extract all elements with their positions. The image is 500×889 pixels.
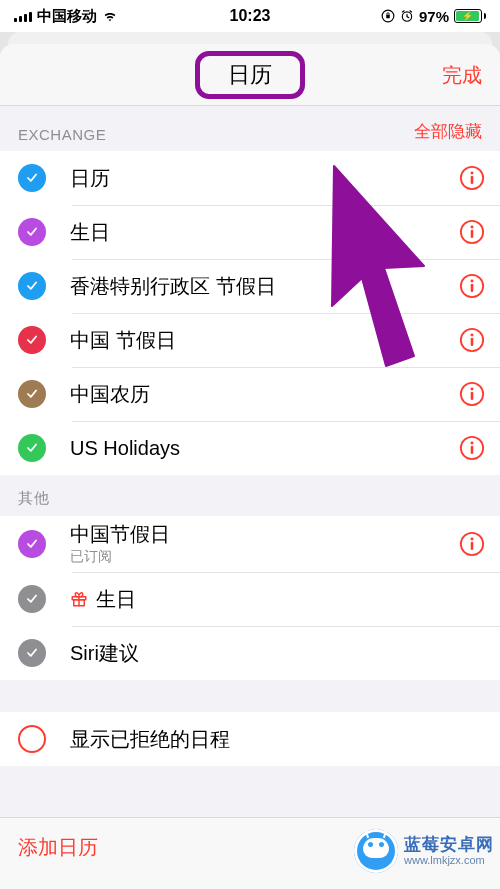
show-declined-row[interactable]: 显示已拒绝的日程 [0, 712, 500, 766]
calendar-row[interactable]: 中国 节假日 [0, 313, 500, 367]
calendar-label: 中国 节假日 [70, 328, 458, 352]
orientation-lock-icon [381, 9, 395, 23]
add-calendar-button[interactable]: 添加日历 [18, 836, 98, 858]
status-bar: 中国移动 10:23 97% ⚡ [0, 0, 500, 32]
calendars-sheet: 日历 完成 EXCHANGE 全部隐藏 日历 生日 [0, 44, 500, 889]
gift-icon [70, 590, 88, 608]
info-button[interactable] [458, 380, 486, 408]
check-icon[interactable] [18, 585, 46, 613]
battery-icon: ⚡ [454, 9, 486, 23]
watermark-brand: 蓝莓安卓网 [404, 836, 494, 855]
calendar-row[interactable]: 生日 [0, 572, 500, 626]
section-header-other: 其他 [0, 475, 500, 516]
info-button[interactable] [458, 326, 486, 354]
hide-all-button[interactable]: 全部隐藏 [414, 120, 482, 143]
svg-rect-23 [471, 542, 474, 550]
carrier-label: 中国移动 [37, 7, 97, 26]
check-icon[interactable] [18, 530, 46, 558]
section-title: EXCHANGE [18, 126, 106, 143]
wifi-icon [102, 10, 118, 22]
status-right: 97% ⚡ [381, 8, 486, 25]
calendar-label: 中国农历 [70, 382, 458, 406]
info-button[interactable] [458, 218, 486, 246]
check-icon[interactable] [18, 326, 46, 354]
status-left: 中国移动 [14, 7, 118, 26]
svg-point-13 [471, 333, 474, 336]
battery-percent: 97% [419, 8, 449, 25]
watermark-logo-icon [354, 829, 398, 873]
check-icon[interactable] [18, 380, 46, 408]
watermark-url: www.lmkjzx.com [404, 854, 494, 866]
info-button[interactable] [458, 434, 486, 462]
section-gap [0, 766, 500, 790]
svg-point-19 [471, 441, 474, 444]
check-icon[interactable] [18, 218, 46, 246]
calendar-label: 中国节假日 [70, 522, 458, 546]
svg-point-16 [471, 387, 474, 390]
check-icon[interactable] [18, 164, 46, 192]
other-list: 中国节假日 已订阅 生日 [0, 516, 500, 680]
exchange-list: 日历 生日 香港特别行政区 节假日 [0, 151, 500, 475]
svg-rect-20 [471, 446, 474, 454]
calendar-sublabel: 已订阅 [70, 548, 458, 566]
sheet-header: 日历 完成 [0, 44, 500, 106]
section-header-exchange: EXCHANGE 全部隐藏 [0, 106, 500, 151]
check-icon[interactable] [18, 639, 46, 667]
check-icon[interactable] [18, 725, 46, 753]
calendar-row[interactable]: 生日 [0, 205, 500, 259]
sheet-title: 日历 [195, 51, 305, 99]
declined-list: 显示已拒绝的日程 [0, 712, 500, 766]
content-scroll[interactable]: EXCHANGE 全部隐藏 日历 生日 [0, 106, 500, 817]
info-button[interactable] [458, 164, 486, 192]
status-time: 10:23 [230, 7, 271, 25]
svg-point-7 [471, 225, 474, 228]
section-title: 其他 [18, 489, 49, 508]
section-gap [0, 680, 500, 712]
done-button[interactable]: 完成 [442, 61, 482, 88]
calendar-label: Siri建议 [70, 641, 486, 665]
svg-rect-11 [471, 284, 474, 292]
calendar-row[interactable]: 香港特别行政区 节假日 [0, 259, 500, 313]
svg-point-4 [471, 171, 474, 174]
info-button[interactable] [458, 530, 486, 558]
calendar-label: US Holidays [70, 436, 458, 460]
check-icon[interactable] [18, 272, 46, 300]
alarm-icon [400, 9, 414, 23]
calendar-row[interactable]: 中国节假日 已订阅 [0, 516, 500, 572]
calendar-label: 生日 [70, 220, 458, 244]
svg-point-10 [471, 279, 474, 282]
svg-point-22 [471, 537, 474, 540]
svg-rect-5 [471, 176, 474, 184]
calendar-row[interactable]: US Holidays [0, 421, 500, 475]
watermark: 蓝莓安卓网 www.lmkjzx.com [354, 829, 494, 873]
svg-rect-8 [471, 230, 474, 238]
calendar-row[interactable]: 中国农历 [0, 367, 500, 421]
svg-rect-14 [471, 338, 474, 346]
info-button[interactable] [458, 272, 486, 300]
show-declined-label: 显示已拒绝的日程 [70, 727, 486, 751]
calendar-label: 香港特别行政区 节假日 [70, 274, 458, 298]
check-icon[interactable] [18, 434, 46, 462]
svg-rect-17 [471, 392, 474, 400]
calendar-row[interactable]: 日历 [0, 151, 500, 205]
svg-rect-1 [386, 15, 390, 18]
signal-icon [14, 10, 32, 22]
calendar-label: 生日 [70, 587, 486, 611]
calendar-row[interactable]: Siri建议 [0, 626, 500, 680]
calendar-label: 日历 [70, 166, 458, 190]
